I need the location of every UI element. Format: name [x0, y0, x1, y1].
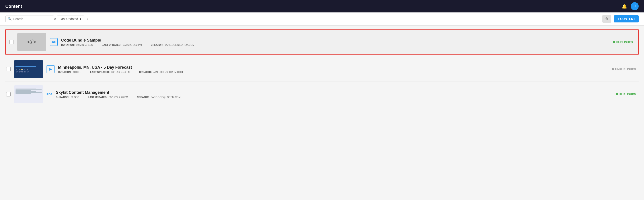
- row-checkbox-3[interactable]: [6, 92, 11, 96]
- status-badge-2: UNPUBLISHED: [612, 68, 638, 71]
- sort-direction-icon[interactable]: ↓: [87, 17, 88, 21]
- status-dot-2: [612, 68, 614, 70]
- search-box: 🔍 ✕: [5, 16, 54, 22]
- thumbnail-3: [14, 85, 43, 103]
- content-type-icon-2[interactable]: ▶: [46, 65, 54, 73]
- weather-bar: [16, 66, 36, 67]
- row-checkbox-2[interactable]: [6, 67, 11, 71]
- pdf-line: [16, 92, 42, 93]
- last-updated-2: LAST UPDATED: 03/15/22 4:46 PM: [90, 71, 130, 73]
- content-info-2: Minneapolis, MN, USA - 5 Day Forecast DU…: [58, 65, 608, 73]
- duration-3: DURATION: 30 SEC: [56, 96, 79, 98]
- thumbnail-1: </>: [17, 33, 46, 51]
- pdf-line: [16, 91, 36, 92]
- status-badge-3: PUBLISHED: [616, 93, 638, 96]
- toolbar-left: 🔍 ✕ Last Updated ▾ ↓: [5, 16, 88, 22]
- code-icon: </>: [52, 40, 56, 44]
- header-actions: 🔔 J: [622, 2, 639, 10]
- last-updated-1: LAST UPDATED: 03/16/22 3:52 PM: [102, 44, 142, 46]
- creator-2: CREATOR: JANE.DOE@LOREM.COM: [139, 71, 183, 73]
- status-label-1: PUBLISHED: [616, 40, 633, 44]
- content-row-3: PDF Skykit Content Management DURATION: …: [5, 82, 639, 107]
- pdf-line: [16, 89, 42, 89]
- search-input[interactable]: [13, 17, 52, 21]
- weather-icons-row: ☁ ☁ ⛅ ☁ ☁: [16, 68, 42, 71]
- content-meta-1: DURATION: 59 MIN 59 SEC LAST UPDATED: 03…: [61, 44, 609, 46]
- trash-icon: 🗑: [605, 17, 608, 21]
- toolbar: 🔍 ✕ Last Updated ▾ ↓ 🗑 + CONTENT: [0, 13, 644, 26]
- sort-dropdown[interactable]: Last Updated ▾: [57, 16, 84, 22]
- pdf-line: [16, 90, 31, 91]
- creator-3: CREATOR: JANE.DOE@LOREM.COM: [137, 96, 180, 98]
- toolbar-right: 🗑 + CONTENT: [602, 15, 639, 23]
- pdf-thumbnail-content: [14, 85, 43, 103]
- sort-label: Last Updated: [60, 17, 78, 21]
- last-updated-3: LAST UPDATED: 03/15/22 4:20 PM: [88, 96, 128, 98]
- chevron-down-icon: ▾: [80, 17, 81, 21]
- pdf-line: [16, 87, 42, 87]
- add-content-button[interactable]: + CONTENT: [614, 15, 639, 23]
- app-title: Content: [5, 4, 22, 9]
- content-title-2: Minneapolis, MN, USA - 5 Day Forecast: [58, 65, 608, 70]
- status-label-2: UNPUBLISHED: [615, 68, 636, 71]
- pdf-line: [16, 88, 36, 88]
- content-list: </> </> Code Bundle Sample DURATION: 59 …: [0, 26, 644, 111]
- app-header: Content 🔔 J: [0, 0, 644, 13]
- content-meta-3: DURATION: 30 SEC LAST UPDATED: 03/15/22 …: [56, 96, 612, 98]
- content-title-1: Code Bundle Sample: [61, 38, 609, 43]
- weather-temps: 42° 42° 42° 42° 42°: [16, 71, 42, 73]
- delete-button[interactable]: 🗑: [602, 15, 611, 23]
- avatar[interactable]: J: [631, 2, 639, 10]
- search-icon: 🔍: [8, 17, 12, 21]
- status-dot-1: [613, 41, 615, 43]
- pdf-line: [16, 93, 31, 94]
- content-type-icon-1[interactable]: </>: [50, 38, 58, 46]
- status-badge-1: PUBLISHED: [613, 40, 635, 44]
- playlist-icon: ▶: [50, 67, 52, 71]
- notifications-icon[interactable]: 🔔: [622, 4, 627, 9]
- row-checkbox-1[interactable]: [9, 40, 14, 44]
- content-row-2: ☁ ☁ ⛅ ☁ ☁ 42° 42° 42° 42° 42° ▶ Minneapo…: [5, 57, 639, 82]
- content-info-3: Skykit Content Management DURATION: 30 S…: [56, 90, 612, 98]
- content-row: </> </> Code Bundle Sample DURATION: 59 …: [5, 29, 639, 55]
- thumbnail-2: ☁ ☁ ⛅ ☁ ☁ 42° 42° 42° 42° 42°: [14, 60, 43, 78]
- content-meta-2: DURATION: 10 SEC LAST UPDATED: 03/15/22 …: [58, 71, 608, 73]
- creator-1: CREATOR: JANE.DOE@LOREM.COM: [151, 44, 194, 46]
- duration-2: DURATION: 10 SEC: [58, 71, 81, 73]
- weather-thumbnail-content: ☁ ☁ ⛅ ☁ ☁ 42° 42° 42° 42° 42°: [14, 60, 43, 78]
- content-info-1: Code Bundle Sample DURATION: 59 MIN 59 S…: [61, 38, 609, 46]
- clear-search-icon[interactable]: ✕: [54, 17, 56, 21]
- pdf-type-label: PDF: [46, 93, 52, 96]
- content-title-3: Skykit Content Management: [56, 90, 612, 95]
- code-bracket-icon: </>: [27, 38, 36, 46]
- duration-1: DURATION: 59 MIN 59 SEC: [61, 44, 93, 46]
- status-dot-3: [616, 93, 618, 95]
- status-label-3: PUBLISHED: [620, 93, 636, 96]
